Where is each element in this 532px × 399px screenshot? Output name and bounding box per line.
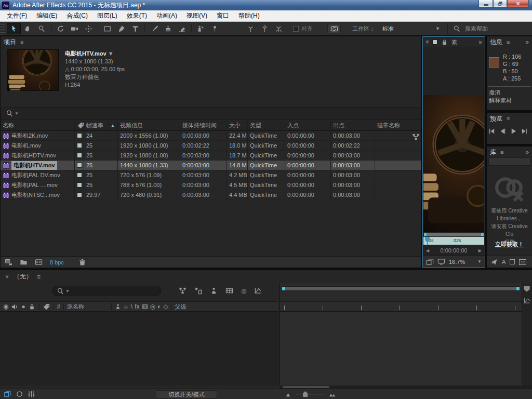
- rotate-tool[interactable]: [54, 23, 68, 34]
- restore-button[interactable]: [493, 0, 507, 8]
- tab-footage[interactable]: 素: [451, 38, 457, 46]
- time-ruler[interactable]: [280, 301, 522, 312]
- table-row[interactable]: 电影机.mov251920 x 1080 (1.00)0:00:02:2218.…: [1, 141, 421, 151]
- viewer-time-ruler[interactable]: 0s 02s: [423, 237, 484, 245]
- tab-info[interactable]: 信息: [490, 38, 502, 47]
- live-update-icon[interactable]: [16, 390, 23, 398]
- close-tab-icon[interactable]: ×: [425, 39, 429, 45]
- brush-tool[interactable]: [147, 23, 161, 34]
- panel-overflow-icon[interactable]: »: [478, 39, 482, 45]
- layer-list-area[interactable]: [0, 312, 278, 385]
- library-search-field[interactable]: [488, 157, 530, 166]
- bit-depth-button[interactable]: 8 bpc: [50, 259, 64, 265]
- column-in-point[interactable]: 入点: [285, 121, 330, 130]
- pan-behind-tool[interactable]: [82, 23, 96, 34]
- close-tab-icon[interactable]: ×: [5, 274, 9, 280]
- panel-menu-icon[interactable]: ≡: [500, 150, 503, 155]
- column-type[interactable]: 类型: [247, 121, 285, 130]
- table-row[interactable]: 电影机PAL DV.mov25720 x 576 (1.09)0:00:03:0…: [1, 170, 421, 180]
- primary-viewer-icon[interactable]: [437, 258, 445, 265]
- column-frame-rate[interactable]: 帧速率▲: [84, 121, 117, 130]
- menu-item[interactable]: 编辑(E): [32, 10, 62, 21]
- column-source-name[interactable]: 源名称: [67, 303, 84, 311]
- audio-icon[interactable]: [11, 303, 19, 311]
- character-style-icon[interactable]: A: [502, 259, 506, 265]
- navigator-end-handle[interactable]: [516, 287, 520, 290]
- zoom-out-icon[interactable]: [285, 390, 292, 398]
- menu-item[interactable]: 视图(V): [182, 10, 212, 21]
- new-composition-icon[interactable]: [35, 258, 43, 266]
- table-row[interactable]: 电影机HTV.mov251440 x 1080 (1.33)0:00:03:00…: [1, 161, 421, 170]
- panel-menu-icon[interactable]: ≡: [507, 39, 510, 45]
- 3d-layer-icon[interactable]: ◇: [163, 303, 168, 310]
- share-icon[interactable]: [490, 258, 498, 266]
- shy-icon[interactable]: [210, 287, 218, 295]
- type-tool[interactable]: [128, 23, 142, 34]
- puppet-pin-tool[interactable]: [208, 23, 222, 34]
- minimize-button[interactable]: [478, 0, 493, 8]
- interpret-footage-icon[interactable]: [5, 258, 12, 266]
- tab-preview[interactable]: 预览: [490, 114, 502, 123]
- menu-item[interactable]: 图层(L): [92, 10, 122, 21]
- color-swatch-icon[interactable]: [510, 259, 515, 264]
- hand-tool[interactable]: [21, 23, 35, 34]
- adjustment-layer-icon[interactable]: ◐: [157, 303, 161, 310]
- label-color-swatch[interactable]: [77, 143, 82, 148]
- expand-layers-icon[interactable]: [4, 390, 11, 398]
- zoom-slider-handle[interactable]: [303, 391, 308, 397]
- table-row[interactable]: 电影机NTSC...mov29.97720 x 480 (0.91)0:00:0…: [1, 190, 421, 200]
- menu-item[interactable]: 窗口: [212, 10, 234, 21]
- column-media-duration[interactable]: 媒体持续时间: [180, 121, 227, 130]
- comp-flowchart-icon[interactable]: [179, 287, 187, 295]
- tab-library[interactable]: 库: [490, 148, 496, 157]
- comp-marker-bin-icon[interactable]: [523, 285, 530, 292]
- label-color-swatch[interactable]: [77, 163, 82, 168]
- label-color-swatch[interactable]: [77, 133, 82, 138]
- column-out-point[interactable]: 出点: [330, 121, 375, 130]
- column-size[interactable]: 大小: [227, 121, 247, 130]
- work-area-end-handle[interactable]: [481, 233, 484, 236]
- table-row[interactable]: 电影机HDTV.mov251920 x 1080 (1.00)0:00:03:0…: [1, 151, 421, 161]
- graph-editor-icon[interactable]: [254, 287, 262, 295]
- magnification-value[interactable]: 16.7%: [449, 259, 465, 265]
- shy-icon[interactable]: [115, 303, 121, 310]
- motion-blur-icon[interactable]: ◎: [241, 288, 246, 294]
- menu-item[interactable]: 文件(F): [2, 10, 32, 21]
- selection-tool[interactable]: [7, 23, 21, 34]
- label-color-swatch[interactable]: [77, 172, 82, 178]
- graph-editor-mini-icon[interactable]: [523, 297, 531, 304]
- panel-overflow-icon[interactable]: »: [525, 149, 529, 156]
- solo-icon[interactable]: ●: [21, 303, 25, 310]
- tab-timeline-none[interactable]: （无）: [14, 272, 32, 281]
- shape-tool[interactable]: [100, 23, 114, 34]
- collapse-icon[interactable]: ☼: [123, 303, 129, 310]
- workspace-select[interactable]: 标准: [382, 25, 435, 33]
- zoom-tool[interactable]: [35, 23, 49, 34]
- new-folder-icon[interactable]: [20, 258, 28, 266]
- zoom-in-icon[interactable]: [329, 390, 337, 398]
- column-name[interactable]: 名称: [1, 121, 74, 130]
- label-color-swatch[interactable]: [77, 192, 82, 197]
- label-column-icon[interactable]: [43, 303, 50, 311]
- axis-local-tool[interactable]: [244, 23, 258, 34]
- menu-item[interactable]: 帮助(H): [234, 10, 264, 21]
- pen-tool[interactable]: [114, 23, 128, 34]
- track-area[interactable]: [280, 283, 522, 385]
- camera-tool[interactable]: [68, 23, 82, 34]
- next-frame-arrow-icon[interactable]: ▶: [478, 248, 482, 253]
- next-frame-button[interactable]: [521, 127, 528, 135]
- column-tape-name[interactable]: 磁带名称: [375, 121, 421, 130]
- video-visibility-icon[interactable]: ◉: [3, 303, 8, 310]
- timeline-search-field[interactable]: ▼: [52, 286, 161, 296]
- trash-icon[interactable]: [78, 258, 86, 266]
- menu-item[interactable]: 效果(T): [122, 10, 152, 21]
- timeline-zoom-slider[interactable]: [285, 390, 337, 398]
- menu-item[interactable]: 合成(C): [62, 10, 92, 21]
- work-area-start-handle[interactable]: [424, 233, 427, 236]
- get-now-link[interactable]: 立即获取！: [487, 241, 532, 248]
- play-button[interactable]: [510, 127, 517, 135]
- timeline-navigator-bar[interactable]: [282, 286, 520, 291]
- viewer-scrollbar[interactable]: [424, 233, 484, 236]
- roto-brush-tool[interactable]: [194, 23, 208, 34]
- close-button[interactable]: ✕: [507, 0, 529, 8]
